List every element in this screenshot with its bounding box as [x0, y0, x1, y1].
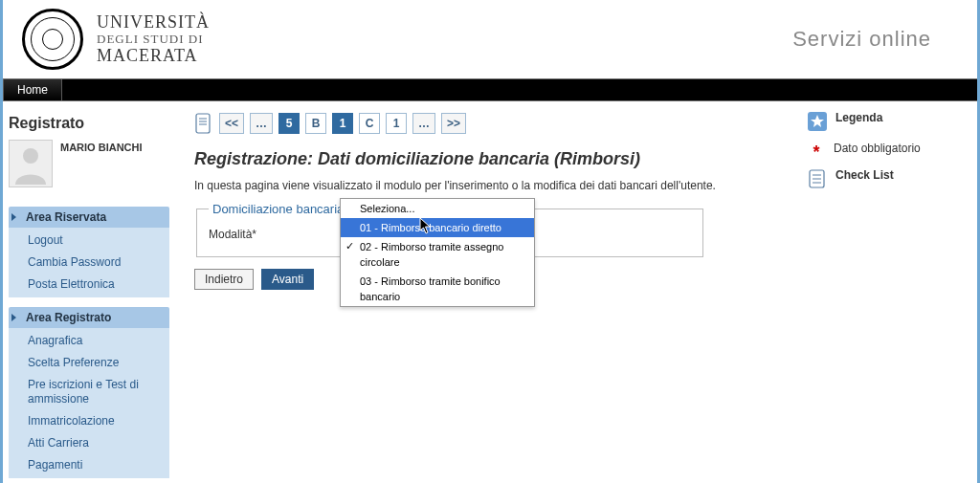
wizard-step-c[interactable]: C: [359, 113, 380, 134]
services-online-label: Servizi online: [792, 27, 958, 52]
wizard-icon: [194, 111, 213, 136]
required-label: Dato obbligatorio: [834, 142, 921, 155]
svg-point-0: [23, 148, 38, 164]
sidebar-link-pre-iscrizioni[interactable]: Pre iscrizioni e Test di ammissione: [9, 374, 169, 410]
forward-button[interactable]: Avanti: [261, 269, 314, 290]
university-name: UNIVERSITÀ DEGLI STUDI DI MACERATA: [97, 12, 210, 66]
sidebar-link-logout[interactable]: Logout: [9, 230, 169, 252]
required-asterisk-icon: *: [807, 142, 826, 159]
left-sidebar: Registrato MARIO BIANCHI Area Riservata …: [3, 101, 175, 483]
sidebar-link-anagrafica[interactable]: Anagrafica: [9, 330, 169, 352]
wizard-dots-2[interactable]: …: [412, 113, 435, 134]
sidebar-link-cambia-password[interactable]: Cambia Password: [9, 252, 169, 274]
wizard-step-b[interactable]: B: [305, 113, 326, 134]
modalita-dropdown[interactable]: Seleziona... 01 - Rimborso bancario dire…: [340, 198, 535, 307]
sidebar-section-area-registrato: Area Registrato: [9, 307, 169, 328]
sidebar-link-atti-carriera[interactable]: Atti Carriera: [9, 432, 169, 454]
wizard-next[interactable]: >>: [441, 113, 466, 134]
header: UNIVERSITÀ DEGLI STUDI DI MACERATA Servi…: [3, 0, 977, 78]
modalita-label: Modalità*: [209, 228, 352, 241]
wizard-step-5[interactable]: 5: [278, 113, 300, 134]
sidebar-link-posta-elettronica[interactable]: Posta Elettronica: [9, 274, 169, 296]
wizard-step-1b[interactable]: 1: [386, 113, 407, 134]
top-nav: Home: [3, 78, 977, 101]
checklist-icon: [807, 168, 828, 189]
uni-line3: MACERATA: [97, 46, 210, 66]
university-seal-icon: [22, 9, 83, 70]
page-title: Registrazione: Dati domiciliazione banca…: [194, 149, 793, 169]
dropdown-option-3[interactable]: 03 - Rimborso tramite bonifico bancario: [341, 272, 534, 306]
right-sidebar: Legenda * Dato obbligatorio Check List: [807, 101, 977, 483]
checklist-label: Check List: [835, 168, 894, 182]
dropdown-option-1[interactable]: 01 - Rimborso bancario diretto: [341, 218, 534, 237]
sidebar-link-immatricolazione[interactable]: Immatricolazione: [9, 410, 169, 432]
page-intro: In questa pagina viene visualizzato il m…: [194, 179, 793, 192]
wizard-breadcrumb: << … 5 B 1 C 1 … >>: [194, 111, 793, 136]
dropdown-option-2[interactable]: 02 - Rimborso tramite assegno circolare: [341, 237, 534, 272]
wizard-dots-1[interactable]: …: [250, 113, 273, 134]
uni-line2: DEGLI STUDI DI: [97, 33, 210, 47]
sidebar-link-pagamenti[interactable]: Pagamenti: [9, 454, 169, 476]
sidebar-section-area-riservata: Area Riservata: [9, 207, 169, 228]
wizard-step-1a[interactable]: 1: [332, 113, 353, 134]
avatar: [9, 140, 53, 187]
dropdown-placeholder[interactable]: Seleziona...: [341, 199, 534, 218]
wizard-prev[interactable]: <<: [219, 113, 244, 134]
nav-home[interactable]: Home: [3, 79, 62, 100]
uni-line1: UNIVERSITÀ: [97, 12, 210, 33]
sidebar-title: Registrato: [9, 115, 169, 132]
user-name: MARIO BIANCHI: [60, 140, 143, 153]
sidebar-link-scelta-preferenze[interactable]: Scelta Preferenze: [9, 352, 169, 374]
back-button[interactable]: Indietro: [194, 269, 254, 290]
legend-star-icon: [807, 111, 828, 132]
legend-label: Legenda: [835, 111, 882, 124]
svg-rect-1: [196, 114, 210, 133]
